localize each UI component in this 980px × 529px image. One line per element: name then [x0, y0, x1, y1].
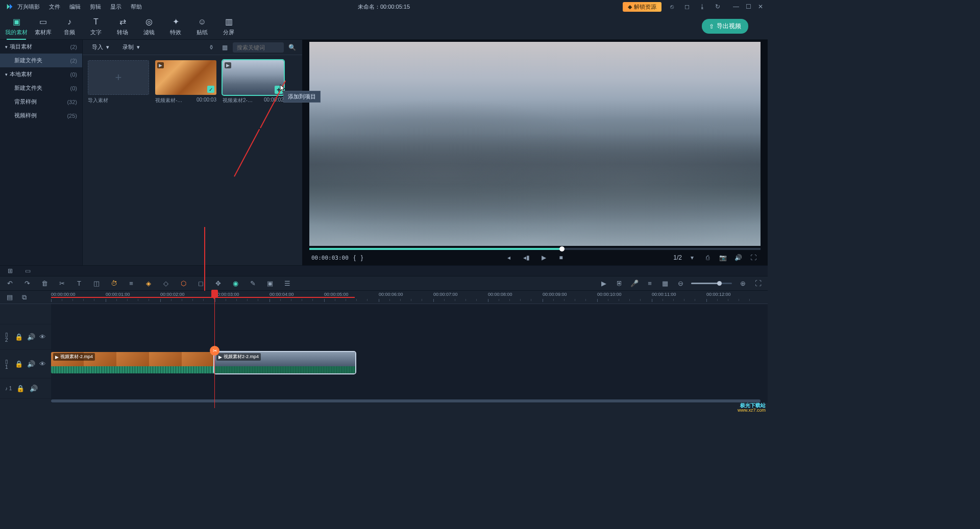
- sidebar-item-local-media[interactable]: 本地素材(0): [0, 67, 82, 81]
- menu-clip[interactable]: 剪辑: [86, 2, 105, 12]
- tab-transition[interactable]: ⇄转场: [110, 14, 135, 39]
- undo-button[interactable]: ↶: [5, 279, 14, 288]
- tab-effects[interactable]: ✦特效: [163, 14, 188, 39]
- media-import-tile[interactable]: + 导入素材: [88, 60, 149, 104]
- track-manage-icon[interactable]: ▤: [5, 293, 14, 302]
- tab-split-screen[interactable]: ▥分屏: [216, 14, 241, 39]
- unlock-resources-button[interactable]: ◆ 解锁资源: [623, 2, 662, 12]
- folder-icon[interactable]: ▭: [22, 266, 33, 276]
- tab-my-media[interactable]: ▣我的素材: [4, 14, 29, 39]
- mute-icon[interactable]: 🔊: [27, 333, 35, 342]
- fit-button[interactable]: ⛶: [753, 279, 763, 288]
- speed-button[interactable]: ⏱: [109, 279, 118, 288]
- media-clip-1[interactable]: ▶ ✓ 视频素材-…00:00:03: [155, 60, 216, 104]
- fullscreen-icon[interactable]: ⛶: [748, 253, 758, 263]
- mark-in-button[interactable]: {: [354, 254, 356, 261]
- snap-icon[interactable]: ▦: [660, 279, 670, 288]
- transform-button[interactable]: ✥: [213, 279, 223, 288]
- tab-sticker[interactable]: ☺贴纸: [190, 14, 214, 39]
- playhead-handle[interactable]: [211, 290, 218, 297]
- keyframe-button[interactable]: ◇: [161, 279, 170, 288]
- menu-view[interactable]: 显示: [106, 2, 126, 12]
- tab-stock-media[interactable]: ▭素材库: [31, 14, 55, 39]
- tab-text[interactable]: T文字: [84, 14, 108, 39]
- mic-icon[interactable]: 🎤: [630, 279, 639, 288]
- render-icon[interactable]: ▶: [599, 279, 608, 288]
- delete-button[interactable]: 🗑: [40, 279, 49, 288]
- media-clip-2[interactable]: ▶ + 视频素材2-…00:00:02: [223, 60, 284, 104]
- link-icon[interactable]: ⧉: [19, 293, 29, 302]
- snapshot-icon[interactable]: ⎙: [702, 253, 713, 263]
- menu-file[interactable]: 文件: [45, 2, 64, 12]
- motion-button[interactable]: ⬡: [179, 279, 188, 288]
- preview-video[interactable]: [309, 42, 761, 246]
- crop-button[interactable]: ◫: [92, 279, 101, 288]
- preview-timecode: 00:00:03:00: [311, 255, 349, 261]
- adjust-button[interactable]: ☰: [283, 279, 292, 288]
- minimize-button[interactable]: —: [731, 2, 741, 12]
- sidebar-item-new-folder-2[interactable]: 新建文件夹(0): [0, 81, 82, 95]
- zoom-out-button[interactable]: ⊖: [676, 279, 685, 288]
- visibility-icon[interactable]: 👁: [39, 360, 46, 369]
- cursor-icon: [280, 84, 286, 92]
- chevron-down-icon[interactable]: ▾: [687, 253, 697, 263]
- step-back-button[interactable]: ◂▮: [521, 253, 531, 263]
- redo-button[interactable]: ↷: [22, 279, 32, 288]
- play-button[interactable]: ▶: [538, 253, 549, 263]
- mute-icon[interactable]: 🔊: [29, 384, 38, 393]
- menu-edit[interactable]: 编辑: [65, 2, 85, 12]
- zoom-in-button[interactable]: ⊕: [738, 279, 747, 288]
- visibility-icon[interactable]: 👁: [39, 333, 46, 342]
- filter-icon[interactable]: ⚱: [206, 42, 216, 53]
- screen-button[interactable]: ▣: [265, 279, 275, 288]
- lock-icon[interactable]: 🔒: [15, 360, 23, 369]
- timeline-ruler[interactable]: 00:00:00:0000:00:01:0000:00:02:0000:00:0…: [51, 291, 768, 304]
- sidebar-item-background-samples[interactable]: 背景样例(32): [0, 95, 82, 109]
- folder-add-icon[interactable]: ⊞: [5, 266, 15, 276]
- close-button[interactable]: ✕: [755, 2, 766, 12]
- marker-button[interactable]: ◉: [231, 279, 240, 288]
- download-icon[interactable]: ⭳: [697, 2, 707, 12]
- notification-icon[interactable]: ⎋: [667, 2, 677, 12]
- camera-icon[interactable]: 📷: [718, 253, 728, 263]
- lock-icon[interactable]: 🔒: [16, 384, 25, 393]
- split-button[interactable]: ✂: [57, 279, 66, 288]
- record-dropdown[interactable]: 录制▾: [118, 42, 144, 53]
- sidebar-item-project-media[interactable]: 项目素材(2): [0, 40, 82, 54]
- edit-button[interactable]: ✎: [248, 279, 257, 288]
- shield-icon[interactable]: ⛨: [615, 279, 624, 288]
- timeline-hscroll[interactable]: [51, 399, 768, 403]
- import-dropdown[interactable]: 导入▾: [88, 42, 113, 53]
- tab-audio[interactable]: ♪音频: [57, 14, 82, 39]
- zoom-slider[interactable]: [691, 283, 732, 284]
- work-area-range[interactable]: [51, 297, 355, 298]
- prev-frame-button[interactable]: ◂: [504, 253, 514, 263]
- volume-icon[interactable]: 🔊: [733, 253, 743, 263]
- sidebar-item-video-samples[interactable]: 视频样例(25): [0, 109, 82, 122]
- maximize-button[interactable]: ☐: [743, 2, 753, 12]
- text-tool-button[interactable]: T: [75, 279, 84, 288]
- grid-view-icon[interactable]: ▦: [219, 42, 230, 53]
- stop-button[interactable]: ■: [556, 253, 566, 263]
- search-input[interactable]: [233, 42, 284, 53]
- playhead[interactable]: ✂: [214, 291, 215, 408]
- sync-icon[interactable]: ↻: [713, 2, 723, 12]
- preview-scale[interactable]: 1/2: [673, 254, 682, 261]
- export-button[interactable]: ⇧ 导出视频: [702, 19, 748, 34]
- mute-icon[interactable]: 🔊: [27, 360, 35, 369]
- mixer-icon[interactable]: ≡: [645, 279, 654, 288]
- cut-button[interactable]: ✂: [210, 346, 219, 356]
- timeline-clip-2[interactable]: ▶视频素材2-2.mp4: [214, 352, 355, 373]
- lock-icon[interactable]: 🔒: [15, 333, 23, 342]
- message-icon[interactable]: ◻: [682, 2, 692, 12]
- timeline-clip-1[interactable]: ▶视频素材-2.mp4: [51, 352, 214, 373]
- sidebar-item-new-folder-1[interactable]: 新建文件夹(2): [0, 54, 82, 67]
- menu-help[interactable]: 帮助: [127, 2, 146, 12]
- tab-label: 转场: [117, 29, 128, 36]
- tab-filter[interactable]: ◎滤镜: [137, 14, 161, 39]
- search-icon[interactable]: 🔍: [287, 42, 297, 53]
- color-button[interactable]: ◈: [144, 279, 153, 288]
- annotation-arrow-2: [204, 227, 205, 301]
- audio-tool-button[interactable]: ≡: [127, 279, 136, 288]
- mark-out-button[interactable]: }: [361, 254, 363, 261]
